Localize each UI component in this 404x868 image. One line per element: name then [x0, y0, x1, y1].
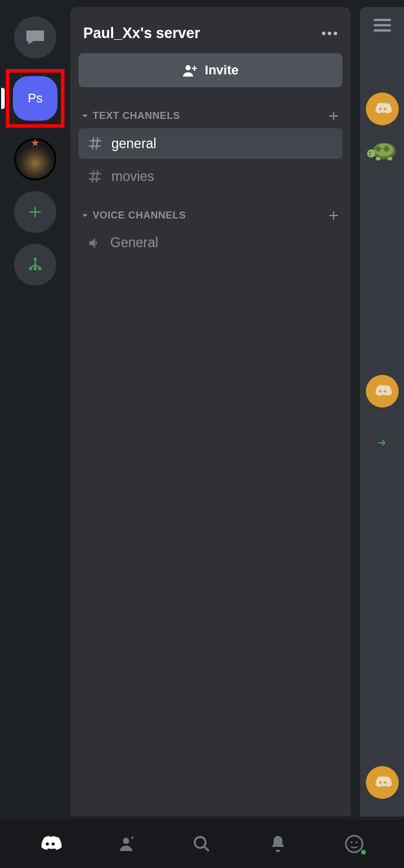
svg-point-6 — [334, 32, 337, 35]
bell-icon — [269, 834, 287, 854]
svg-point-2 — [33, 267, 36, 270]
panel-header: Paul_Xx's server — [79, 19, 342, 53]
discord-logo-icon — [373, 102, 392, 116]
nav-home[interactable] — [38, 832, 62, 856]
member-avatar[interactable] — [366, 766, 399, 799]
hash-icon — [87, 135, 103, 152]
chat-bubble-icon — [25, 29, 46, 46]
channel-name: general — [111, 136, 157, 152]
svg-point-15 — [195, 837, 206, 848]
svg-point-5 — [328, 32, 331, 35]
invite-button[interactable]: Invite — [79, 53, 342, 87]
explore-tree-icon — [26, 255, 45, 274]
hash-icon — [87, 168, 103, 184]
text-channels-label: TEXT CHANNELS — [93, 110, 180, 122]
friend-wave-icon — [117, 835, 135, 853]
search-icon — [192, 835, 211, 853]
server-title[interactable]: Paul_Xx's server — [83, 25, 200, 42]
channel-name: movies — [111, 169, 154, 184]
discord-logo-icon — [373, 775, 392, 790]
chevron-down-icon — [81, 211, 89, 220]
member-list-panel — [360, 7, 404, 816]
svg-point-14 — [123, 838, 129, 844]
nav-friends[interactable] — [114, 832, 138, 856]
svg-point-18 — [356, 841, 358, 843]
member-avatar[interactable] — [366, 375, 399, 408]
chevron-down-icon — [81, 112, 89, 120]
server-more-button[interactable] — [321, 31, 338, 36]
channel-movies[interactable]: movies — [79, 161, 342, 192]
divider — [365, 416, 400, 416]
member-list-toggle[interactable] — [374, 19, 391, 32]
arrow-right-icon[interactable] — [376, 436, 389, 449]
status-online-indicator — [360, 849, 367, 856]
server-other-avatar — [14, 138, 56, 180]
svg-point-10 — [367, 149, 375, 158]
svg-point-7 — [186, 65, 191, 70]
svg-point-17 — [351, 841, 352, 843]
svg-point-4 — [322, 32, 325, 35]
text-channels-category[interactable]: TEXT CHANNELS — [79, 106, 342, 126]
member-avatar[interactable] — [366, 93, 399, 125]
nav-profile[interactable] — [342, 832, 366, 856]
bottom-nav — [0, 820, 404, 868]
nav-notifications[interactable] — [266, 832, 290, 856]
nav-search[interactable] — [190, 832, 213, 856]
voice-channel-general[interactable]: General — [79, 228, 342, 258]
voice-channels-category[interactable]: VOICE CHANNELS — [79, 206, 342, 225]
discord-logo-icon — [38, 835, 62, 853]
add-voice-channel-button[interactable] — [327, 209, 340, 222]
server-ps-avatar: Ps — [13, 76, 57, 121]
more-horizontal-icon — [321, 31, 338, 36]
svg-point-0 — [33, 258, 36, 261]
invite-button-label: Invite — [205, 63, 238, 78]
server-ps-label: Ps — [28, 91, 43, 106]
channel-panel: Paul_Xx's server Invite TEXT CHANNELS — [70, 7, 351, 816]
plus-icon — [27, 204, 43, 220]
svg-point-13 — [388, 157, 392, 160]
channel-general[interactable]: general — [79, 128, 342, 159]
discord-logo-icon — [373, 384, 392, 398]
add-server-button[interactable] — [14, 191, 56, 233]
member-avatar[interactable] — [366, 134, 399, 166]
add-text-channel-button[interactable] — [327, 110, 340, 122]
svg-point-3 — [38, 267, 41, 270]
channel-name: General — [110, 235, 158, 251]
direct-messages-button[interactable] — [14, 16, 56, 59]
svg-point-11 — [369, 152, 370, 153]
speaker-icon — [87, 235, 102, 251]
turtle-icon — [366, 138, 398, 162]
svg-point-12 — [376, 157, 381, 160]
svg-point-1 — [29, 267, 32, 270]
invite-person-icon — [182, 64, 198, 77]
server-other[interactable] — [14, 138, 56, 180]
server-ps-selected[interactable]: Ps — [6, 69, 64, 128]
server-list: Ps — [0, 0, 70, 820]
voice-channels-label: VOICE CHANNELS — [93, 210, 186, 221]
discover-servers-button[interactable] — [14, 244, 56, 286]
